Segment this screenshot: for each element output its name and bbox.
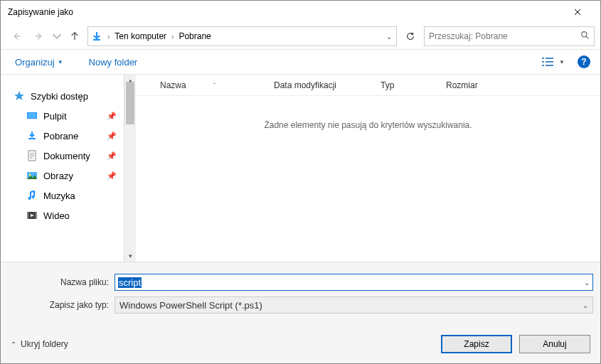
sidebar-item-documents[interactable]: Dokumenty 📌 xyxy=(1,146,124,166)
hide-folders-toggle[interactable]: ⌃ Ukryj foldery xyxy=(11,339,68,349)
chevron-down-icon xyxy=(52,31,62,41)
svg-rect-7 xyxy=(546,65,553,66)
help-button[interactable]: ? xyxy=(578,55,590,68)
svg-point-15 xyxy=(32,196,35,198)
chevron-down-icon: ▼ xyxy=(58,59,63,65)
chevron-down-icon[interactable]: ⌄ xyxy=(584,279,590,287)
title-bar: Zapisywanie jako xyxy=(1,1,600,23)
svg-rect-17 xyxy=(27,212,28,219)
sidebar-item-downloads[interactable]: Pobrane 📌 xyxy=(1,126,124,146)
sidebar-item-label: Pobrane xyxy=(43,131,78,141)
search-input[interactable]: Przeszukaj: Pobrane xyxy=(424,26,595,46)
column-headers: Nazwa ⌃ Data modyfikacji Typ Rozmiar xyxy=(136,75,600,96)
main-area: Szybki dostęp Pulpit 📌 Pobrane 📌 Dokumen… xyxy=(1,75,600,262)
hide-folders-label: Ukryj foldery xyxy=(21,339,68,349)
refresh-icon xyxy=(405,31,415,41)
breadcrumb-root[interactable]: Ten komputer xyxy=(112,31,169,41)
save-form: Nazwa pliku: script ⌄ Zapisz jako typ: W… xyxy=(1,262,600,323)
navigation-pane: Szybki dostęp Pulpit 📌 Pobrane 📌 Dokumen… xyxy=(1,75,136,262)
address-bar[interactable]: › Ten komputer › Pobrane ⌄ xyxy=(87,26,397,46)
chevron-down-icon[interactable]: ⌄ xyxy=(583,301,588,309)
sidebar-item-quick-access[interactable]: Szybki dostęp xyxy=(1,86,124,106)
downloads-icon xyxy=(88,31,105,42)
forward-button[interactable] xyxy=(29,26,49,46)
nav-row: › Ten komputer › Pobrane ⌄ Przeszukaj: P… xyxy=(1,23,600,49)
pin-icon: 📌 xyxy=(107,112,117,121)
chevron-up-icon: ⌃ xyxy=(11,341,16,348)
view-icon xyxy=(542,57,553,67)
pin-icon: 📌 xyxy=(107,171,117,181)
sidebar-item-videos[interactable]: Wideo xyxy=(1,205,124,225)
arrow-right-icon xyxy=(34,31,44,41)
pictures-icon xyxy=(26,170,38,181)
sidebar-item-desktop[interactable]: Pulpit 📌 xyxy=(1,106,124,126)
scroll-thumb[interactable] xyxy=(126,82,134,124)
address-dropdown[interactable]: ⌄ xyxy=(382,33,396,41)
svg-point-14 xyxy=(28,197,31,200)
sidebar-item-label: Szybki dostęp xyxy=(31,91,88,102)
help-icon: ? xyxy=(581,57,586,67)
arrow-left-icon xyxy=(11,31,21,41)
svg-rect-0 xyxy=(93,39,100,41)
downloads-icon xyxy=(26,130,38,141)
video-icon xyxy=(26,210,38,221)
sidebar-item-pictures[interactable]: Obrazy 📌 xyxy=(1,166,124,186)
dialog-footer: ⌃ Ukryj foldery Zapisz Anuluj xyxy=(1,323,600,363)
svg-rect-2 xyxy=(542,58,544,59)
svg-rect-9 xyxy=(28,113,36,118)
column-date[interactable]: Data modyfikacji xyxy=(267,80,373,90)
scroll-down-icon[interactable]: ▾ xyxy=(124,250,136,262)
sidebar-item-label: Obrazy xyxy=(43,171,73,181)
chevron-right-icon: › xyxy=(105,33,112,41)
organize-label: Organizuj xyxy=(15,57,55,68)
svg-rect-4 xyxy=(542,61,544,63)
cancel-button[interactable]: Anuluj xyxy=(519,335,590,353)
new-folder-label: Nowy folder xyxy=(89,57,138,68)
organize-menu[interactable]: Organizuj ▼ xyxy=(11,54,68,70)
chevron-right-icon: › xyxy=(169,33,176,41)
filename-label: Nazwa pliku: xyxy=(8,277,115,287)
pin-icon: 📌 xyxy=(107,132,117,141)
svg-rect-5 xyxy=(546,61,553,63)
arrow-up-icon xyxy=(70,31,80,41)
sidebar-item-label: Pulpit xyxy=(43,111,67,122)
new-folder-button[interactable]: Nowy folder xyxy=(85,54,142,70)
filetype-value: Windows PowerShell Script (*.ps1) xyxy=(119,300,262,311)
sort-caret-icon: ⌃ xyxy=(212,82,217,88)
svg-rect-10 xyxy=(28,138,36,139)
save-button[interactable]: Zapisz xyxy=(441,335,512,353)
column-name[interactable]: Nazwa ⌃ xyxy=(153,80,267,90)
chevron-down-icon: ▼ xyxy=(559,59,565,65)
svg-rect-3 xyxy=(546,58,553,59)
command-bar: Organizuj ▼ Nowy folder ▼ ? xyxy=(1,49,600,75)
pin-icon: 📌 xyxy=(107,151,117,161)
breadcrumb-folder[interactable]: Pobrane xyxy=(176,31,213,41)
close-button[interactable] xyxy=(562,1,593,23)
close-icon xyxy=(574,9,581,16)
view-options-button[interactable]: ▼ xyxy=(539,54,568,70)
filetype-select[interactable]: Windows PowerShell Script (*.ps1) ⌄ xyxy=(115,296,593,314)
recent-dropdown[interactable] xyxy=(52,26,62,46)
sidebar-item-label: Wideo xyxy=(43,210,70,221)
svg-rect-18 xyxy=(36,212,37,219)
search-icon xyxy=(580,31,590,42)
music-icon xyxy=(26,190,38,201)
file-list-pane: Nazwa ⌃ Data modyfikacji Typ Rozmiar Żad… xyxy=(136,75,600,262)
svg-point-1 xyxy=(582,32,587,37)
up-button[interactable] xyxy=(65,26,85,46)
filename-value: script xyxy=(118,277,142,288)
column-type[interactable]: Typ xyxy=(373,80,439,90)
back-button[interactable] xyxy=(6,26,26,46)
document-icon xyxy=(26,150,38,161)
search-placeholder: Przeszukaj: Pobrane xyxy=(429,31,508,41)
sidebar-scrollbar[interactable]: ▴ ▾ xyxy=(124,75,136,262)
empty-state-message: Żadne elementy nie pasują do kryteriów w… xyxy=(136,96,600,262)
sidebar-item-music[interactable]: Muzyka xyxy=(1,186,124,205)
column-size[interactable]: Rozmiar xyxy=(439,80,510,90)
sidebar-item-label: Muzyka xyxy=(43,191,75,201)
window-title: Zapisywanie jako xyxy=(8,7,562,17)
refresh-button[interactable] xyxy=(400,26,421,46)
filename-input[interactable]: script ⌄ xyxy=(115,274,593,291)
sidebar-item-label: Dokumenty xyxy=(43,151,90,161)
filetype-label: Zapisz jako typ: xyxy=(8,300,115,310)
